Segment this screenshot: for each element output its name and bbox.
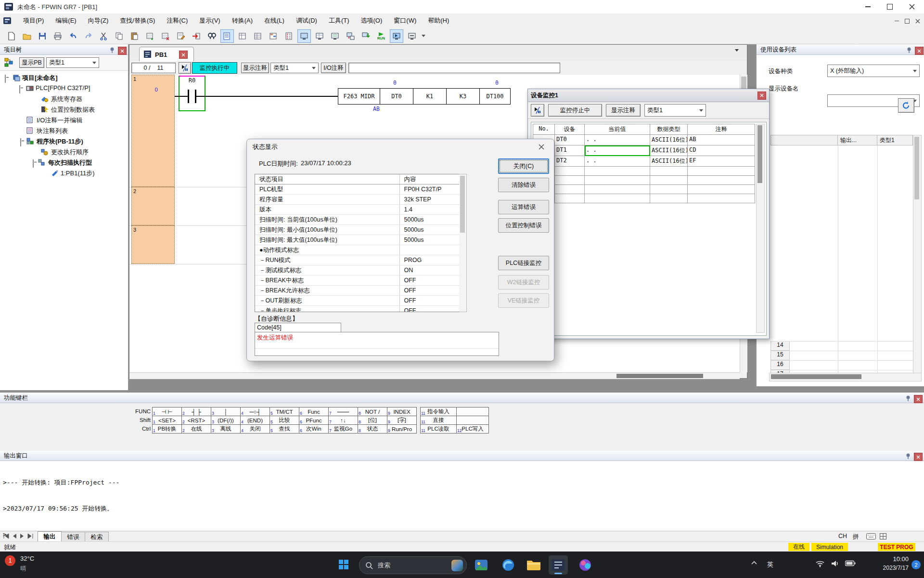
battery-icon[interactable] (845, 560, 856, 566)
tree-display-icon[interactable] (3, 57, 15, 68)
scrollbar-thumb[interactable] (460, 176, 465, 233)
comment-type-combo[interactable]: 类型1 (644, 104, 706, 117)
tree-item-exec-order[interactable]: 更改执行顺序 (51, 148, 89, 157)
tray-expand-icon[interactable] (751, 560, 757, 565)
start-button-icon[interactable] (337, 558, 350, 571)
device-comment-icon[interactable] (267, 29, 280, 43)
funckey-f1[interactable]: 1⊣ ⊢ (152, 407, 182, 416)
tab-pb1[interactable]: PB1 (139, 47, 194, 62)
funckey-ctrl-f12[interactable]: 12PLC写入 (456, 424, 489, 434)
monitor-run-icon[interactable] (390, 29, 403, 43)
device-list-close-icon[interactable] (915, 47, 924, 55)
run-mode-icon[interactable]: RUN (374, 29, 388, 43)
funckey-f6[interactable]: 6Func (299, 407, 329, 416)
menu-item-project[interactable]: 项目(P) (23, 16, 44, 25)
taskbar-edge-icon[interactable] (501, 558, 515, 572)
minimize-button[interactable] (857, 0, 879, 13)
delete-rung-icon[interactable] (159, 29, 172, 43)
pin-icon[interactable] (905, 395, 911, 402)
show-comment-button[interactable]: 显示注释 (241, 63, 269, 73)
taskbar-paint3d-icon[interactable] (578, 558, 592, 572)
menu-item-edit[interactable]: 编辑(E) (55, 16, 76, 25)
rung3-header-cell[interactable]: 3 (131, 225, 175, 264)
funckey-ctrl-f5[interactable]: 5查找 (270, 424, 299, 434)
tab-search[interactable]: 检索 (85, 532, 109, 542)
rung2-header-cell[interactable]: 2 (131, 187, 175, 225)
device-row-empty[interactable] (533, 176, 755, 185)
ime-mode-pinyin[interactable]: 拼 (853, 533, 859, 541)
device-row-empty[interactable] (533, 185, 755, 194)
search-highlight-image[interactable] (451, 560, 463, 571)
device-table-header-output[interactable]: 输出... (838, 135, 877, 145)
position-error-button[interactable]: 位置控制错误 (498, 218, 549, 233)
paste-icon[interactable] (128, 29, 141, 43)
monitor-toggle-icon[interactable] (179, 62, 191, 74)
block-comment-icon[interactable] (251, 29, 265, 43)
close-dialog-button[interactable]: 关闭(C) (498, 158, 549, 174)
maximize-button[interactable] (879, 0, 901, 13)
scrollbar-thumb[interactable] (757, 125, 762, 183)
keyboard-icon[interactable] (866, 533, 876, 539)
cut-icon[interactable] (97, 29, 111, 43)
list-display-icon[interactable] (282, 29, 295, 43)
monitor-toggle-icon[interactable] (531, 104, 544, 117)
funckey-f11[interactable]: 11指令输入 (420, 407, 457, 416)
tab-pb1-close-icon[interactable] (179, 51, 188, 59)
funckey-shift-f2[interactable]: 2<RST> (181, 416, 211, 425)
expander-icon[interactable] (19, 85, 20, 93)
menu-item-tools[interactable]: 工具(T) (329, 16, 349, 25)
show-pb-button[interactable]: 显示PB (19, 57, 44, 68)
output-close-icon[interactable] (914, 453, 923, 461)
device-monitor-titlebar[interactable]: 设备监控1 (528, 89, 769, 102)
device-row[interactable]: DT0 . . ASCII(16位) AB (533, 135, 755, 145)
device-row[interactable]: DT2 . . ASCII(16位) EF (533, 156, 755, 167)
tree-item-program-block[interactable]: 程序块(PB-11步) (37, 137, 83, 146)
device-row[interactable]: DT1 . . ASCII(16位) CD (533, 145, 755, 156)
vertical-scrollbar[interactable] (913, 135, 922, 374)
save-project-icon[interactable] (36, 29, 49, 43)
taskbar-search-box[interactable]: 搜索 (359, 556, 467, 574)
scrollbar-thumb[interactable] (914, 137, 919, 199)
menu-item-debug[interactable]: 调试(D) (296, 16, 317, 25)
funckey-f4[interactable]: 4─○┤ (240, 407, 270, 416)
funckey-shift-f9[interactable]: 9[字] (387, 416, 417, 425)
jump-icon[interactable] (190, 29, 203, 43)
menu-item-online[interactable]: 在线(L) (264, 16, 284, 25)
insert-rung-icon[interactable] (143, 29, 157, 43)
clear-error-button[interactable]: 清除错误 (498, 178, 549, 192)
horizontal-scrollbar[interactable] (769, 373, 922, 381)
tree-item-plc[interactable]: PLC[FP0H C32T/P] (36, 84, 90, 92)
w2-link-monitor-button[interactable]: W2链接监控 (498, 275, 549, 289)
funckey-ctrl-f6[interactable]: 6次Win (299, 424, 329, 434)
funckey-ctrl-f8[interactable]: 8状态 (358, 424, 387, 434)
close-button[interactable] (901, 0, 923, 13)
col-type[interactable]: 数据类型 (650, 124, 688, 135)
prev-page-icon[interactable] (12, 533, 17, 539)
mdi-restore-button[interactable] (903, 17, 911, 25)
menu-item-help[interactable]: 帮助(H) (428, 16, 449, 25)
funckey-ctrl-f9[interactable]: 9Run/Pro (387, 424, 417, 434)
comment-type-combo[interactable]: 类型1 (270, 63, 319, 73)
funckey-f2[interactable]: 2┤ ├ (181, 407, 211, 416)
taskbar-explorer-icon[interactable] (526, 559, 541, 571)
scrollbar-thumb[interactable] (616, 374, 703, 378)
output-log[interactable]: >--- 开始转换: 项目:FPProject --- >2023/07/17 … (0, 461, 924, 531)
device-row-empty[interactable] (533, 167, 755, 176)
first-page-icon[interactable] (3, 533, 10, 539)
tab-list-dropdown-icon[interactable] (735, 52, 739, 59)
project-tree-close-icon[interactable] (118, 47, 127, 55)
funckey-shift-f8[interactable]: 8[位] (358, 416, 387, 425)
expander-icon[interactable] (5, 75, 6, 83)
redo-icon[interactable] (82, 29, 95, 43)
tree-item-io-comment[interactable]: I/O注释一并编辑 (37, 116, 82, 125)
plc-link-monitor-button[interactable]: PLC链接监控 (498, 256, 549, 270)
tree-item-position-control[interactable]: 位置控制数据表 (51, 105, 95, 114)
pin-icon[interactable] (905, 453, 911, 460)
tree-item-scan-exec[interactable]: 每次扫描执行型 (48, 158, 92, 167)
device-monitor-icon[interactable] (313, 29, 326, 43)
device-table-header-type[interactable]: 类型1 (877, 135, 913, 145)
program-download-icon[interactable] (359, 29, 372, 43)
device-monitor-close-icon[interactable] (757, 92, 766, 100)
ve-link-monitor-button[interactable]: VE链接监控 (498, 293, 549, 308)
funckey-shift-f5[interactable]: 5比较 (270, 416, 299, 425)
